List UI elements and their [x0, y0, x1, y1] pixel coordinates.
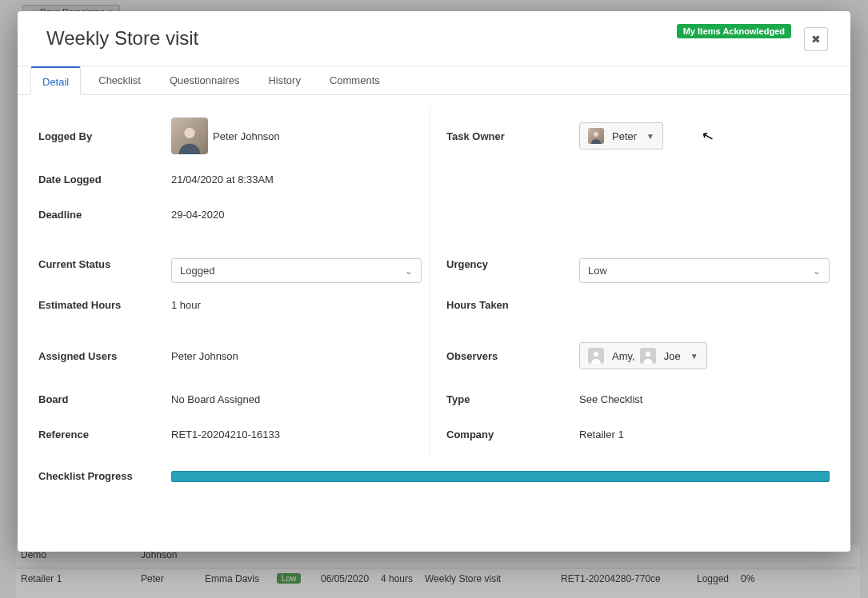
task-modal: Weekly Store visit My Items Acknowledged… [18, 11, 850, 552]
close-icon: ✖ [811, 33, 821, 46]
ack-badge: My Items Acknowledged [677, 24, 791, 38]
svg-point-3 [646, 352, 650, 357]
current-status-select[interactable]: Logged ⌄ [171, 258, 422, 283]
close-button[interactable]: ✖ [804, 27, 828, 51]
value-type: See Checklist [579, 393, 830, 405]
tab-detail[interactable]: Detail [30, 66, 81, 95]
label-reference: Reference [38, 429, 171, 441]
avatar [588, 348, 604, 364]
avatar [588, 128, 604, 144]
label-company: Company [446, 429, 579, 441]
value-logged-by: Peter Johnson [213, 130, 280, 142]
svg-point-0 [184, 128, 194, 138]
tab-history[interactable]: History [257, 66, 311, 94]
label-task-owner: Task Owner [446, 130, 579, 142]
avatar [640, 348, 656, 364]
value-reference: RET1-20204210-16133 [171, 429, 422, 441]
value-date-logged: 21/04/2020 at 8:33AM [171, 173, 422, 185]
tab-questionnaires[interactable]: Questionnaires [158, 66, 250, 94]
label-observers: Observers [446, 350, 579, 362]
chevron-down-icon: ⌄ [813, 265, 821, 277]
label-deadline: Deadline [38, 209, 171, 221]
value-board: No Board Assigned [171, 393, 422, 405]
urgency-select[interactable]: Low ⌄ [579, 258, 830, 283]
task-owner-value: Peter [612, 130, 637, 142]
value-company: Retailer 1 [579, 429, 830, 441]
cursor-icon: ↖ [699, 126, 715, 146]
checklist-progress-bar [171, 471, 830, 482]
observer-1: Amy, [612, 350, 635, 362]
value-estimated-hours: 1 hour [171, 299, 422, 311]
label-board: Board [38, 393, 171, 405]
task-owner-dropdown[interactable]: Peter ▼ [579, 122, 663, 150]
label-logged-by: Logged By [38, 130, 171, 142]
label-hours-taken: Hours Taken [446, 299, 579, 311]
svg-point-1 [594, 132, 598, 137]
label-date-logged: Date Logged [38, 173, 171, 185]
observer-2: Joe [664, 350, 681, 362]
modal-header: Weekly Store visit My Items Acknowledged… [18, 11, 850, 66]
value-assigned-users: Peter Johnson [171, 350, 422, 362]
modal-title: Weekly Store visit [46, 27, 198, 50]
chevron-down-icon: ⌄ [405, 265, 413, 277]
avatar [171, 118, 208, 154]
svg-point-2 [594, 352, 598, 357]
urgency-value: Low [588, 265, 607, 277]
observers-dropdown[interactable]: Amy, Joe ▼ [579, 342, 707, 369]
label-type: Type [446, 393, 579, 405]
tab-checklist[interactable]: Checklist [87, 66, 152, 94]
caret-down-icon: ▼ [646, 132, 654, 141]
current-status-value: Logged [180, 265, 214, 277]
label-checklist-progress: Checklist Progress [38, 470, 171, 482]
label-assigned-users: Assigned Users [38, 350, 171, 362]
label-urgency: Urgency [446, 258, 579, 270]
tabs: Detail Checklist Questionnaires History … [18, 66, 850, 95]
label-estimated-hours: Estimated Hours [38, 299, 171, 311]
modal-content: Logged By Peter Johnson Date Logged 21/0… [18, 95, 850, 552]
value-deadline: 29-04-2020 [171, 209, 422, 221]
caret-down-icon: ▼ [690, 352, 698, 361]
tab-comments[interactable]: Comments [318, 66, 391, 94]
label-current-status: Current Status [38, 258, 171, 270]
